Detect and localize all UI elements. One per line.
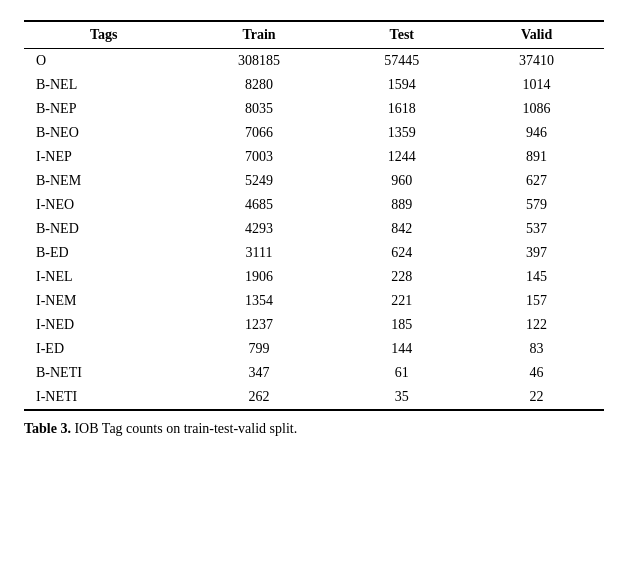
table-row: I-NEO4685889579 bbox=[24, 193, 604, 217]
cell-train: 8280 bbox=[184, 73, 335, 97]
cell-valid: 397 bbox=[469, 241, 604, 265]
cell-tag: B-NEO bbox=[24, 121, 184, 145]
main-container: Tags Train Test Valid O3081855744537410B… bbox=[24, 20, 604, 437]
cell-tag: I-NEM bbox=[24, 289, 184, 313]
cell-valid: 37410 bbox=[469, 49, 604, 74]
cell-valid: 946 bbox=[469, 121, 604, 145]
data-table: Tags Train Test Valid O3081855744537410B… bbox=[24, 20, 604, 411]
cell-valid: 1014 bbox=[469, 73, 604, 97]
cell-valid: 145 bbox=[469, 265, 604, 289]
caption-text: IOB Tag counts on train-test-valid split… bbox=[71, 421, 297, 436]
cell-valid: 46 bbox=[469, 361, 604, 385]
col-header-tags: Tags bbox=[24, 21, 184, 49]
cell-train: 4685 bbox=[184, 193, 335, 217]
cell-valid: 22 bbox=[469, 385, 604, 410]
col-header-train: Train bbox=[184, 21, 335, 49]
table-row: O3081855744537410 bbox=[24, 49, 604, 74]
cell-train: 4293 bbox=[184, 217, 335, 241]
cell-test: 144 bbox=[334, 337, 469, 361]
cell-valid: 1086 bbox=[469, 97, 604, 121]
cell-train: 3111 bbox=[184, 241, 335, 265]
cell-valid: 122 bbox=[469, 313, 604, 337]
table-header-row: Tags Train Test Valid bbox=[24, 21, 604, 49]
cell-tag: I-NEP bbox=[24, 145, 184, 169]
cell-tag: I-NETI bbox=[24, 385, 184, 410]
cell-tag: I-NEL bbox=[24, 265, 184, 289]
cell-test: 960 bbox=[334, 169, 469, 193]
cell-train: 5249 bbox=[184, 169, 335, 193]
table-row: I-NED1237185122 bbox=[24, 313, 604, 337]
cell-test: 221 bbox=[334, 289, 469, 313]
cell-test: 842 bbox=[334, 217, 469, 241]
cell-tag: B-NEL bbox=[24, 73, 184, 97]
cell-valid: 579 bbox=[469, 193, 604, 217]
table-row: I-ED79914483 bbox=[24, 337, 604, 361]
col-header-test: Test bbox=[334, 21, 469, 49]
cell-test: 1359 bbox=[334, 121, 469, 145]
cell-test: 228 bbox=[334, 265, 469, 289]
cell-train: 799 bbox=[184, 337, 335, 361]
cell-test: 61 bbox=[334, 361, 469, 385]
cell-tag: B-ED bbox=[24, 241, 184, 265]
table-row: I-NEM1354221157 bbox=[24, 289, 604, 313]
table-row: B-NETI3476146 bbox=[24, 361, 604, 385]
cell-test: 35 bbox=[334, 385, 469, 410]
cell-valid: 891 bbox=[469, 145, 604, 169]
cell-train: 1906 bbox=[184, 265, 335, 289]
cell-test: 1618 bbox=[334, 97, 469, 121]
cell-tag: B-NEP bbox=[24, 97, 184, 121]
cell-tag: B-NETI bbox=[24, 361, 184, 385]
table-row: B-NEL828015941014 bbox=[24, 73, 604, 97]
cell-train: 308185 bbox=[184, 49, 335, 74]
cell-train: 8035 bbox=[184, 97, 335, 121]
table-row: B-NED4293842537 bbox=[24, 217, 604, 241]
cell-valid: 537 bbox=[469, 217, 604, 241]
table-row: B-NEP803516181086 bbox=[24, 97, 604, 121]
cell-test: 185 bbox=[334, 313, 469, 337]
caption-label: Table 3. bbox=[24, 421, 71, 436]
table-row: I-NEP70031244891 bbox=[24, 145, 604, 169]
cell-tag: I-NEO bbox=[24, 193, 184, 217]
cell-test: 1594 bbox=[334, 73, 469, 97]
cell-tag: B-NED bbox=[24, 217, 184, 241]
table-row: I-NEL1906228145 bbox=[24, 265, 604, 289]
table-row: B-NEO70661359946 bbox=[24, 121, 604, 145]
cell-test: 1244 bbox=[334, 145, 469, 169]
table-row: B-NEM5249960627 bbox=[24, 169, 604, 193]
cell-train: 7066 bbox=[184, 121, 335, 145]
cell-tag: I-ED bbox=[24, 337, 184, 361]
col-header-valid: Valid bbox=[469, 21, 604, 49]
cell-tag: B-NEM bbox=[24, 169, 184, 193]
cell-train: 262 bbox=[184, 385, 335, 410]
cell-train: 1354 bbox=[184, 289, 335, 313]
table-row: I-NETI2623522 bbox=[24, 385, 604, 410]
cell-train: 7003 bbox=[184, 145, 335, 169]
cell-train: 347 bbox=[184, 361, 335, 385]
table-row: B-ED3111624397 bbox=[24, 241, 604, 265]
cell-tag: O bbox=[24, 49, 184, 74]
cell-tag: I-NED bbox=[24, 313, 184, 337]
cell-train: 1237 bbox=[184, 313, 335, 337]
table-caption: Table 3. IOB Tag counts on train-test-va… bbox=[24, 421, 604, 437]
cell-test: 889 bbox=[334, 193, 469, 217]
cell-valid: 157 bbox=[469, 289, 604, 313]
cell-valid: 627 bbox=[469, 169, 604, 193]
cell-test: 624 bbox=[334, 241, 469, 265]
cell-test: 57445 bbox=[334, 49, 469, 74]
cell-valid: 83 bbox=[469, 337, 604, 361]
